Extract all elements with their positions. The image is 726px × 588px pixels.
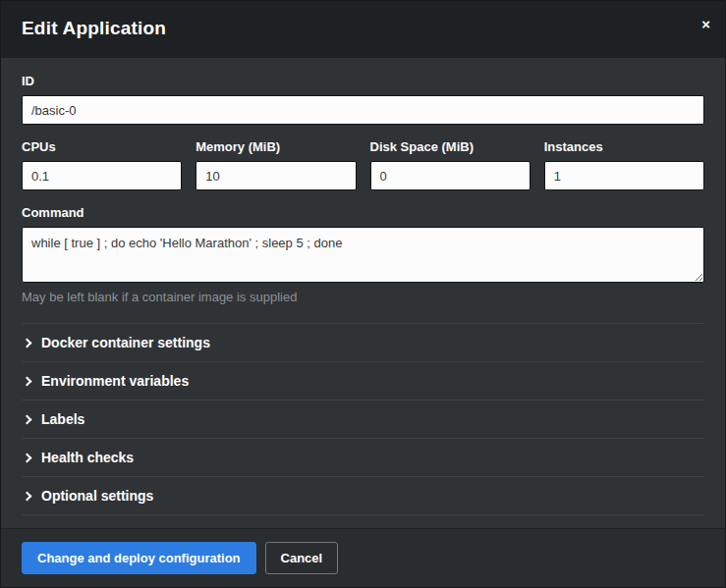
- disk-label: Disk Space (MiB): [370, 139, 531, 154]
- instances-field-group: Instances: [544, 139, 704, 190]
- edit-application-modal: { "modal": { "title": "Edit Application"…: [0, 0, 726, 588]
- memory-field-group: Memory (MiB): [195, 139, 356, 190]
- id-input[interactable]: [22, 95, 704, 125]
- chevron-right-icon: [23, 376, 32, 386]
- close-icon[interactable]: ×: [701, 17, 710, 31]
- command-textarea[interactable]: while [ true ] ; do echo 'Hello Marathon…: [22, 227, 704, 283]
- section-label: Labels: [41, 411, 84, 427]
- section-environment-variables[interactable]: Environment variables: [22, 362, 704, 401]
- id-field-group: ID: [22, 74, 704, 125]
- section-label: Docker container settings: [41, 335, 210, 350]
- command-help-text: May be left blank if a container image i…: [22, 290, 704, 304]
- command-label: Command: [22, 205, 704, 220]
- page-title: Edit Application: [22, 18, 704, 39]
- memory-label: Memory (MiB): [195, 139, 356, 154]
- change-and-deploy-button[interactable]: Change and deploy configuration: [22, 542, 256, 574]
- section-optional-settings[interactable]: Optional settings: [22, 477, 704, 515]
- disk-field-group: Disk Space (MiB): [370, 139, 531, 190]
- section-labels[interactable]: Labels: [22, 401, 704, 439]
- chevron-right-icon: [23, 338, 32, 347]
- section-label: Environment variables: [41, 373, 189, 389]
- id-label: ID: [22, 74, 704, 88]
- memory-input[interactable]: [195, 161, 356, 190]
- instances-input[interactable]: [544, 161, 704, 190]
- modal-body: ID CPUs Memory (MiB) Disk Space (MiB) In…: [1, 58, 725, 528]
- chevron-right-icon: [23, 414, 32, 424]
- cpus-field-group: CPUs: [22, 139, 182, 190]
- collapsible-sections: Docker container settings Environment va…: [22, 323, 704, 515]
- disk-input[interactable]: [370, 161, 531, 190]
- modal-footer: Change and deploy configuration Cancel: [1, 528, 725, 587]
- section-label: Optional settings: [41, 488, 153, 504]
- section-docker-container-settings[interactable]: Docker container settings: [22, 324, 704, 362]
- resources-row: CPUs Memory (MiB) Disk Space (MiB) Insta…: [22, 139, 704, 205]
- section-health-checks[interactable]: Health checks: [22, 439, 704, 477]
- section-label: Health checks: [41, 450, 134, 465]
- instances-label: Instances: [544, 139, 704, 154]
- chevron-right-icon: [23, 453, 32, 462]
- cpus-label: CPUs: [22, 139, 182, 154]
- cpus-input[interactable]: [22, 161, 182, 190]
- modal-header: Edit Application ×: [1, 1, 725, 58]
- cancel-button[interactable]: Cancel: [265, 542, 339, 574]
- command-field-group: Command while [ true ] ; do echo 'Hello …: [22, 205, 704, 304]
- chevron-right-icon: [23, 491, 32, 501]
